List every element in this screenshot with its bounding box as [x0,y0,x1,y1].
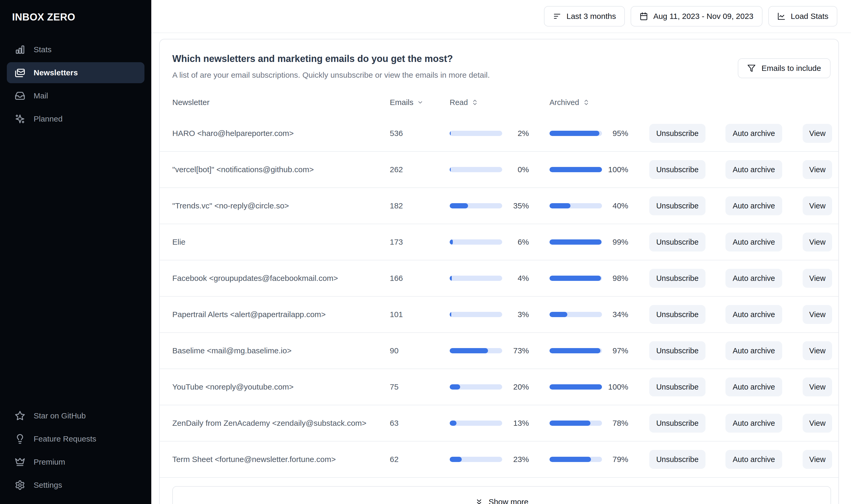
read-progress-bar [450,203,502,209]
auto-archive-button[interactable]: Auto archive [725,233,782,251]
archived-progress-bar [549,420,602,426]
line-chart-icon [777,12,785,20]
sidebar-item-premium[interactable]: Premium [7,451,144,472]
sidebar-footer-nav: Star on GitHubFeature RequestsPremiumSet… [0,405,151,504]
emails-count: 101 [390,310,450,319]
archived-percent: 95% [613,129,628,138]
read-progress-fill [450,203,468,209]
auto-archive-button[interactable]: Auto archive [725,341,782,360]
emails-count: 173 [390,237,450,247]
unsubscribe-button[interactable]: Unsubscribe [649,269,706,288]
archived-cell: 98% [549,274,628,283]
archived-percent: 79% [613,455,628,464]
auto-archive-button[interactable]: Auto archive [725,124,782,143]
read-percent: 73% [513,346,529,355]
archived-progress-fill [549,312,567,317]
view-button[interactable]: View [803,414,832,433]
read-progress-fill [450,167,451,172]
archived-progress-fill [549,167,602,172]
header-emails[interactable]: Emails [390,98,450,107]
read-percent: 35% [513,201,529,210]
header-newsletter[interactable]: Newsletter [172,98,390,107]
archived-percent: 34% [613,310,628,319]
unsubscribe-button[interactable]: Unsubscribe [649,124,706,143]
read-percent: 4% [518,274,529,283]
table-row: "vercel[bot]" <notifications@github.com>… [160,152,838,188]
show-more-label: Show more [489,498,529,504]
auto-archive-button[interactable]: Auto archive [725,269,782,288]
sidebar-item-label: Stats [34,45,52,54]
date-range-button[interactable]: Aug 11, 2023 - Nov 09, 2023 [631,6,762,26]
inbox-icon [15,91,25,101]
read-progress-fill [450,457,462,462]
header-read[interactable]: Read [450,98,529,107]
read-cell: 35% [450,201,529,210]
archived-progress-bar [549,457,602,462]
archived-progress-fill [549,457,591,462]
load-stats-label: Load Stats [791,12,829,21]
settings-icon [15,480,25,490]
emails-to-include-button[interactable]: Emails to include [738,58,831,78]
sidebar-item-planned[interactable]: Planned [7,108,144,129]
archived-progress-fill [549,203,570,209]
header-archived[interactable]: Archived [549,98,628,107]
sidebar-item-mail[interactable]: Mail [7,85,144,106]
archived-percent: 78% [613,419,628,428]
unsubscribe-button[interactable]: Unsubscribe [649,450,706,469]
sidebar-item-label: Newsletters [34,68,78,77]
read-progress-bar [450,420,502,426]
unsubscribe-button[interactable]: Unsubscribe [649,414,706,433]
sidebar-item-newsletters[interactable]: Newsletters [7,62,144,83]
view-button[interactable]: View [803,196,832,215]
chevrons-down-icon [475,498,483,504]
emails-count: 75 [390,382,450,391]
auto-archive-button[interactable]: Auto archive [725,305,782,324]
archived-progress-bar [549,239,602,245]
unsubscribe-button[interactable]: Unsubscribe [649,160,706,179]
read-progress-fill [450,420,457,426]
view-button[interactable]: View [803,269,832,288]
emails-count: 262 [390,165,450,174]
auto-archive-button[interactable]: Auto archive [725,196,782,215]
load-stats-button[interactable]: Load Stats [768,6,837,26]
unsubscribe-button[interactable]: Unsubscribe [649,196,706,215]
auto-archive-button[interactable]: Auto archive [725,377,782,396]
view-button[interactable]: View [803,305,832,324]
read-percent: 20% [513,382,529,391]
table-row: ZenDaily from ZenAcademy <zendaily@subst… [160,405,838,442]
read-percent: 13% [513,419,529,428]
view-button[interactable]: View [803,233,832,251]
sidebar-item-star-on-github[interactable]: Star on GitHub [7,405,144,426]
view-button[interactable]: View [803,341,832,360]
date-preset-button[interactable]: Last 3 months [544,6,625,26]
view-button[interactable]: View [803,377,832,396]
view-button[interactable]: View [803,124,832,143]
read-progress-fill [450,276,452,281]
bar-chart-icon [15,44,25,55]
show-more-button[interactable]: Show more [172,486,831,504]
auto-archive-button[interactable]: Auto archive [725,160,782,179]
auto-archive-button[interactable]: Auto archive [725,450,782,469]
app-logo: INBOX ZERO [0,0,151,23]
header-emails-label: Emails [390,98,413,107]
table-row: Baselime <mail@mg.baselime.io>9073%97%Un… [160,333,838,369]
unsubscribe-button[interactable]: Unsubscribe [649,377,706,396]
unsubscribe-button[interactable]: Unsubscribe [649,305,706,324]
topbar: Last 3 months Aug 11, 2023 - Nov 09, 202… [151,0,851,33]
read-cell: 20% [450,382,529,391]
view-button[interactable]: View [803,160,832,179]
sidebar-item-stats[interactable]: Stats [7,39,144,60]
unsubscribe-button[interactable]: Unsubscribe [649,233,706,251]
archived-progress-fill [549,276,601,281]
archived-cell: 97% [549,346,628,355]
chevrons-up-down-icon [583,99,590,106]
sidebar-item-settings[interactable]: Settings [7,474,144,496]
unsubscribe-button[interactable]: Unsubscribe [649,341,706,360]
read-percent: 23% [513,455,529,464]
archived-progress-bar [549,276,602,281]
sidebar-item-feature-requests[interactable]: Feature Requests [7,428,144,449]
auto-archive-button[interactable]: Auto archive [725,414,782,433]
read-progress-fill [450,384,460,390]
view-button[interactable]: View [803,450,832,469]
star-icon [15,411,25,421]
